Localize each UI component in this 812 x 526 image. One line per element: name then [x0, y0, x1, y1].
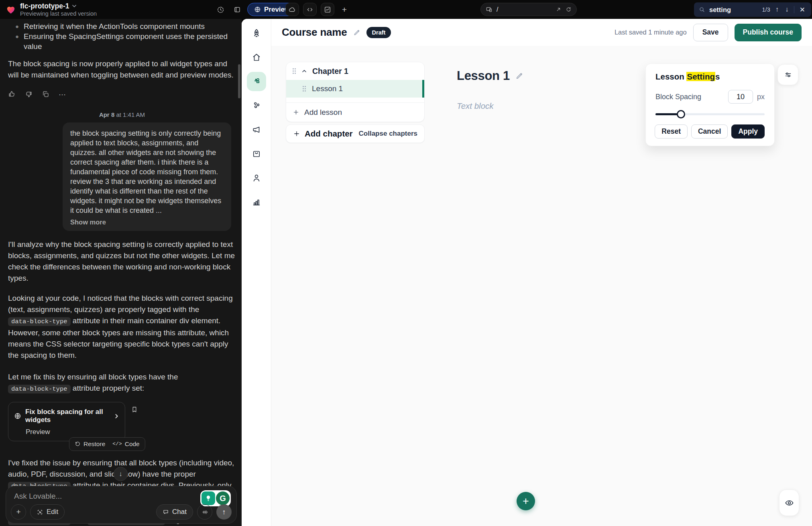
message-timestamp: Apr 8 at 1:41 AM	[8, 111, 236, 118]
drag-handle-icon[interactable]	[292, 68, 296, 74]
scroll-to-bottom-button[interactable]: ↓	[114, 467, 128, 481]
chapter-card: Chapter 1 Lesson 1 Add lesson	[286, 62, 425, 122]
block-spacing-slider[interactable]	[655, 110, 765, 118]
open-external-icon[interactable]	[556, 6, 562, 12]
topbar: flc-prototype-1 Previewing last saved ve…	[0, 0, 812, 19]
chat-label: Chat	[172, 508, 187, 516]
edit-action-card[interactable]: Fix block spacing for all widgets Previe…	[8, 402, 125, 441]
lesson-list-item-selected[interactable]: Lesson 1	[286, 80, 424, 98]
user-message-bubble: the block spacing setting is only correc…	[63, 122, 231, 231]
assistant-message: I'll analyze why the block spacing setti…	[8, 239, 236, 284]
refresh-icon[interactable]	[566, 6, 572, 12]
chat-composer: G + Edit Chat ↑	[6, 486, 237, 524]
lovable-logo-icon	[6, 4, 16, 15]
chevron-right-icon	[114, 414, 119, 419]
code-icon: </>	[112, 441, 122, 447]
app-sidebar	[242, 19, 271, 526]
publish-course-button[interactable]: Publish course	[735, 24, 802, 41]
edit-mode-button[interactable]: Edit	[30, 504, 65, 520]
edit-course-name-icon[interactable]	[353, 29, 361, 37]
grammarly-widget[interactable]: G	[200, 490, 231, 506]
analytics-button[interactable]	[321, 3, 334, 16]
find-next-icon[interactable]: ↓	[784, 6, 790, 14]
sidebar-item-analytics[interactable]	[247, 192, 266, 212]
chat-input[interactable]	[14, 492, 190, 501]
apply-button[interactable]: Apply	[731, 124, 765, 139]
cancel-button[interactable]: Cancel	[691, 124, 728, 139]
new-tab-button[interactable]: +	[338, 3, 350, 16]
settings-title: Lesson Settings	[655, 72, 765, 82]
add-block-button[interactable]: +	[517, 492, 535, 510]
attach-button[interactable]: +	[11, 504, 26, 520]
cloud-deploy-button[interactable]	[285, 3, 299, 16]
add-chapter-card: Add chapter Collapse chapters	[286, 124, 425, 143]
action-card-subtitle: Preview	[26, 428, 119, 436]
bookmark-icon[interactable]	[131, 406, 138, 413]
history-icon[interactable]	[214, 4, 226, 16]
collapse-chapters-button[interactable]: Collapse chapters	[359, 130, 417, 138]
edit-label: Edit	[47, 508, 58, 516]
thumbs-up-icon[interactable]	[8, 90, 16, 99]
spacing-unit: px	[757, 93, 765, 101]
slider-thumb[interactable]	[677, 110, 685, 118]
save-button[interactable]: Save	[693, 24, 728, 41]
edit-lesson-name-icon[interactable]	[515, 71, 524, 80]
drag-handle-icon[interactable]	[302, 86, 306, 92]
voice-input-button[interactable]	[197, 504, 212, 520]
sidebar-item-community[interactable]	[247, 96, 266, 115]
show-more-link[interactable]: Show more	[70, 217, 224, 227]
inline-code: data-block-type	[8, 317, 71, 326]
lovable-workspace: flc-prototype-1 Previewing last saved ve…	[0, 0, 812, 526]
chat-scrollbar[interactable]	[238, 64, 240, 98]
chapter-header-row[interactable]: Chapter 1	[286, 62, 424, 80]
send-button[interactable]: ↑	[216, 504, 232, 520]
thumbs-down-icon[interactable]	[25, 90, 33, 99]
settings-sliders-button[interactable]	[777, 64, 798, 85]
project-status: Previewing last saved version	[20, 10, 97, 17]
project-menu[interactable]: flc-prototype-1 Previewing last saved ve…	[6, 2, 97, 17]
sidebar-item-profile[interactable]	[247, 168, 266, 188]
status-badge: Draft	[366, 27, 391, 38]
find-input[interactable]	[709, 6, 753, 14]
restore-button[interactable]: Restore	[75, 440, 105, 448]
search-highlight: Setting	[686, 72, 715, 81]
code-view-button[interactable]	[303, 3, 317, 16]
sidebar-item-rocket[interactable]	[247, 24, 266, 43]
lesson-title: Lesson 1	[312, 84, 343, 93]
assistant-message: Let me fix this by ensuring all block ty…	[8, 371, 236, 395]
chat-messages: ● Retrieving it when the ActionTools com…	[8, 19, 236, 526]
code-button[interactable]: </> Code	[112, 440, 139, 448]
empty-text-block[interactable]: Text block	[457, 101, 494, 111]
more-options-icon[interactable]: ⋯	[59, 90, 67, 99]
add-chapter-button[interactable]: Add chapter	[293, 129, 353, 139]
chapter-title: Chapter 1	[312, 67, 348, 76]
find-previous-icon[interactable]: ↑	[774, 6, 780, 14]
sidebar-item-inbox[interactable]	[247, 144, 266, 163]
reset-button[interactable]: Reset	[655, 124, 688, 139]
lesson-heading: Lesson 1	[457, 69, 510, 83]
copy-icon[interactable]	[42, 90, 49, 99]
add-lesson-label: Add lesson	[304, 108, 342, 117]
block-spacing-input[interactable]	[728, 90, 753, 104]
close-find-icon[interactable]: ✕	[798, 6, 806, 14]
chat-mode-button[interactable]: Chat	[156, 504, 193, 520]
bullet-text: Ensuring the SpacingSettings component u…	[24, 31, 236, 51]
sidebar-item-content-active[interactable]	[247, 72, 266, 91]
add-lesson-button[interactable]: Add lesson	[286, 102, 424, 122]
collapse-chapter-icon[interactable]	[301, 68, 307, 74]
search-icon	[699, 6, 705, 13]
sidebar-item-announcements[interactable]	[247, 120, 266, 139]
sidebar-item-home[interactable]	[247, 48, 266, 67]
preview-eye-button[interactable]	[779, 489, 799, 516]
assistant-message: The block spacing is now properly applie…	[8, 58, 236, 81]
course-editor: Chapter 1 Lesson 1 Add lesson Add chapte…	[271, 46, 812, 526]
url-path: /	[497, 6, 552, 13]
user-message-text: the block spacing setting is only correc…	[70, 129, 221, 214]
bullet-text: Retrieving it when the ActionTools compo…	[24, 21, 205, 31]
version-actions: Restore </> Code	[69, 437, 145, 451]
panel-toggle-icon[interactable]	[231, 4, 243, 16]
url-bar[interactable]: /	[480, 3, 577, 16]
course-title: Course name	[282, 26, 347, 39]
block-spacing-label: Block Spacing	[655, 93, 701, 101]
divider	[794, 6, 794, 13]
